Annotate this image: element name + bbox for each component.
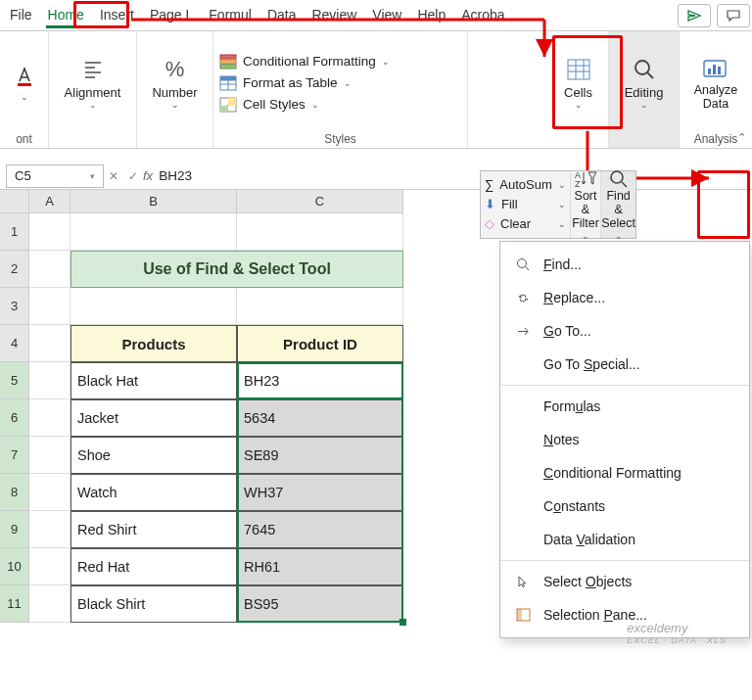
cell-product[interactable]: Black Shirt (70, 585, 237, 623)
row-header[interactable]: 3 (0, 288, 29, 325)
cell-styles-button[interactable]: Cell Styles ⌄ (219, 97, 319, 113)
conditional-formatting-button[interactable]: Conditional Formatting ⌄ (219, 54, 390, 70)
menu-goto[interactable]: Go To... (500, 314, 749, 348)
alignment-button[interactable]: Alignment ⌄ (57, 52, 129, 114)
cell-product-id[interactable]: 7645 (237, 511, 403, 548)
cell-product-id[interactable]: WH37 (237, 474, 403, 511)
cell[interactable] (237, 213, 403, 251)
svg-point-21 (635, 61, 649, 74)
row-header[interactable]: 1 (0, 213, 29, 251)
row-header[interactable]: 5 (0, 362, 29, 399)
fill-down-icon: ⬇ (485, 197, 495, 211)
tab-view[interactable]: View (364, 3, 409, 28)
cell[interactable] (70, 213, 237, 251)
fx-icon[interactable]: fx (143, 168, 153, 183)
tab-formulas[interactable]: Formul (201, 3, 259, 28)
share-button[interactable] (678, 4, 711, 27)
row-header[interactable]: 6 (0, 399, 29, 437)
menu-data-validation[interactable]: Data Validation (500, 523, 749, 556)
menu-cond-format[interactable]: Conditional Formatting (500, 456, 749, 490)
row-header[interactable]: 11 (0, 585, 29, 623)
cell[interactable] (29, 437, 70, 474)
svg-rect-12 (220, 76, 236, 80)
cell[interactable] (29, 213, 70, 251)
cell[interactable] (29, 399, 70, 437)
formula-value[interactable]: BH23 (159, 168, 192, 183)
cell[interactable] (237, 288, 403, 325)
cancel-formula-icon[interactable]: ✕ (109, 169, 118, 183)
cell[interactable] (29, 548, 70, 585)
cell[interactable] (70, 288, 237, 325)
svg-rect-14 (220, 106, 228, 112)
editing-button[interactable]: Editing ⌄ (617, 52, 672, 114)
col-header[interactable]: A (29, 190, 70, 213)
font-color-icon[interactable] (12, 65, 37, 88)
cells-button[interactable]: Cells ⌄ (556, 52, 600, 114)
cell[interactable] (29, 511, 70, 548)
col-header[interactable]: C (237, 190, 403, 213)
cell[interactable] (29, 362, 70, 399)
cell-product-id[interactable]: 5634 (237, 399, 403, 437)
menu-formulas[interactable]: Formulas (500, 390, 749, 423)
name-box[interactable]: C5▾ (6, 164, 104, 188)
format-as-table-button[interactable]: Format as Table ⌄ (219, 75, 352, 91)
row-header[interactable]: 10 (0, 548, 29, 585)
analyze-data-button[interactable]: Analyze Data (685, 51, 746, 116)
fill-button[interactable]: ⬇Fill⌄ (485, 197, 566, 211)
number-label: Number (152, 85, 197, 100)
tab-review[interactable]: Review (304, 3, 364, 28)
row-header[interactable]: 4 (0, 325, 29, 362)
menu-notes[interactable]: Notes (500, 423, 749, 456)
svg-point-34 (611, 171, 623, 183)
tab-insert[interactable]: Insert (92, 3, 142, 28)
menu-select-objects[interactable]: Select Objects (500, 565, 749, 598)
svg-rect-26 (718, 67, 721, 74)
title-cell[interactable]: Use of Find & Select Tool (70, 251, 403, 288)
group-styles: Conditional Formatting ⌄ Format as Table… (213, 31, 468, 148)
clear-button[interactable]: ◇Clear⌄ (485, 216, 566, 231)
cell-product[interactable]: Watch (70, 474, 237, 511)
tab-acrobat[interactable]: Acroba (453, 3, 512, 28)
collapse-ribbon-icon[interactable]: ⌃ (737, 131, 746, 144)
cell-product-id[interactable]: SE89 (237, 437, 403, 474)
autosum-button[interactable]: ∑AutoSum⌄ (485, 177, 566, 192)
menu-replace[interactable]: Replace... (500, 281, 749, 314)
cell[interactable] (29, 474, 70, 511)
menu-constants[interactable]: Constants (500, 490, 749, 523)
svg-rect-25 (713, 65, 716, 74)
tab-help[interactable]: Help (409, 3, 453, 28)
find-select-button[interactable]: Find & Select⌄ (600, 171, 635, 238)
tab-page-layout[interactable]: Page L (142, 3, 201, 28)
fill-handle[interactable] (400, 619, 406, 626)
select-all-triangle[interactable] (0, 190, 29, 213)
col-header[interactable]: B (70, 190, 237, 213)
menu-find[interactable]: Find... (500, 248, 749, 281)
tab-data[interactable]: Data (259, 3, 305, 28)
row-header[interactable]: 7 (0, 437, 29, 474)
cell-product-id[interactable]: RH61 (237, 548, 403, 585)
row-header[interactable]: 9 (0, 511, 29, 548)
menu-goto-special[interactable]: Go To Special... (500, 348, 749, 381)
cell[interactable] (29, 325, 70, 362)
number-button[interactable]: % Number ⌄ (144, 52, 205, 114)
magnifier-icon (631, 56, 658, 83)
row-header[interactable]: 8 (0, 474, 29, 511)
row-header[interactable]: 2 (0, 251, 29, 288)
cell[interactable] (29, 585, 70, 623)
tab-home[interactable]: Home (40, 3, 92, 28)
comments-button[interactable] (717, 4, 750, 27)
confirm-formula-icon[interactable]: ✓ (128, 169, 138, 183)
cell-product[interactable]: Red Shirt (70, 511, 237, 548)
cell-product[interactable]: Shoe (70, 437, 237, 474)
header-product-id[interactable]: Product ID (237, 325, 403, 362)
tab-file[interactable]: File (2, 3, 40, 28)
cell-product[interactable]: Jacket (70, 399, 237, 437)
cell-product[interactable]: Red Hat (70, 548, 237, 585)
cell-product-id[interactable]: BS95 (237, 585, 403, 623)
cell[interactable] (29, 251, 70, 288)
cell-product-id[interactable]: BH23 (237, 362, 403, 399)
cell-product[interactable]: Black Hat (70, 362, 237, 399)
header-products[interactable]: Products (70, 325, 237, 362)
sort-filter-button[interactable]: AZ Sort & Filter⌄ (570, 171, 601, 238)
cell[interactable] (29, 288, 70, 325)
